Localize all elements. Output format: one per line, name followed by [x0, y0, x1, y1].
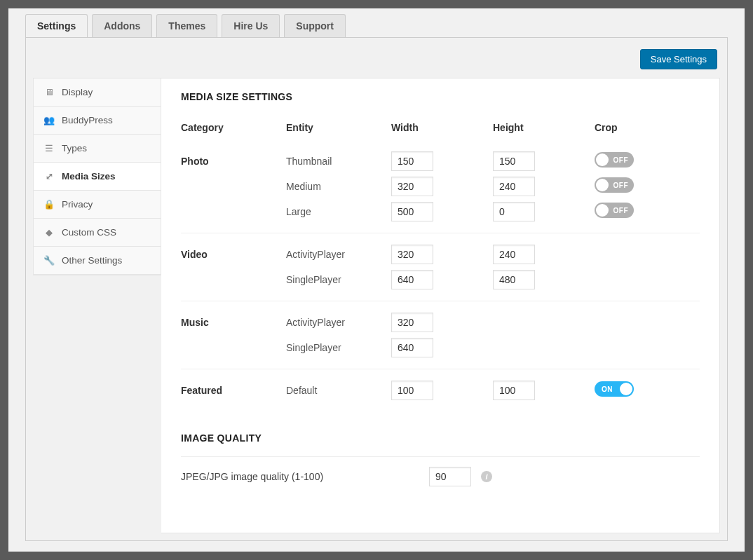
sidebar-item-label: Display: [62, 87, 93, 97]
category-video: VideoActivityPlayerSinglePlayer: [181, 233, 700, 301]
tab-themes[interactable]: Themes: [156, 14, 217, 37]
sidebar-item-label: BuddyPress: [62, 115, 113, 125]
category-label: Photo: [181, 156, 286, 167]
entity-label: ActivityPlayer: [286, 317, 391, 328]
tab-settings[interactable]: Settings: [25, 14, 88, 37]
grid-row: MediumOFF: [181, 174, 700, 199]
toggle-knob: [596, 153, 609, 166]
toggle-label: OFF: [613, 182, 629, 189]
info-icon[interactable]: i: [481, 471, 492, 482]
header-height: Height: [493, 122, 595, 133]
entity-label: SinglePlayer: [286, 342, 391, 353]
sidebar-item-label: Custom CSS: [62, 227, 116, 238]
tab-support[interactable]: Support: [284, 14, 346, 37]
category-label: Video: [181, 249, 286, 260]
grid-row: MusicActivityPlayer: [181, 310, 700, 335]
crop-toggle[interactable]: ON: [595, 381, 634, 397]
custom-css-icon: ◆: [43, 227, 55, 238]
toggle-label: OFF: [613, 156, 629, 164]
crop-toggle[interactable]: OFF: [595, 177, 634, 193]
image-quality-title: IMAGE QUALITY: [181, 432, 700, 444]
toggle-knob: [620, 383, 632, 395]
height-input[interactable]: [493, 381, 535, 400]
sidebar-item-label: Privacy: [62, 199, 93, 210]
toggle-label: OFF: [613, 207, 629, 214]
crop-toggle[interactable]: OFF: [595, 152, 634, 168]
image-quality-section: IMAGE QUALITY JPEG/JPG image quality (1-…: [181, 432, 700, 486]
header-category: Category: [181, 122, 286, 133]
sidebar-item-custom-css[interactable]: ◆Custom CSS: [34, 219, 161, 247]
sidebar-item-types[interactable]: ☰Types: [34, 135, 161, 163]
header-crop: Crop: [595, 122, 700, 133]
category-label: Music: [181, 317, 286, 328]
width-input[interactable]: [391, 245, 433, 264]
main-panel: MEDIA SIZE SETTINGS Category Entity Widt…: [161, 78, 720, 533]
entity-label: Large: [286, 206, 391, 217]
privacy-icon: 🔒: [43, 199, 55, 210]
grid-header: Category Entity Width Height Crop: [181, 115, 700, 140]
media-size-grid: Category Entity Width Height Crop PhotoT…: [181, 115, 700, 411]
grid-row: LargeOFF: [181, 199, 700, 224]
sidebar-item-label: Media Sizes: [62, 171, 116, 182]
app-frame: SettingsAddonsThemesHire UsSupport Save …: [8, 8, 745, 552]
height-input[interactable]: [493, 151, 535, 171]
entity-label: Default: [286, 385, 391, 396]
grid-row: VideoActivityPlayer: [181, 242, 700, 267]
width-input[interactable]: [391, 270, 433, 289]
layout: 🖥Display👥BuddyPress☰Types⤢Media Sizes🔒Pr…: [33, 78, 720, 533]
header-entity: Entity: [286, 122, 391, 133]
entity-label: Thumbnail: [286, 156, 391, 167]
grid-row: SinglePlayer: [181, 335, 700, 360]
toggle-knob: [596, 204, 609, 217]
buddypress-icon: 👥: [43, 115, 55, 125]
width-input[interactable]: [391, 381, 433, 400]
image-quality-row: JPEG/JPG image quality (1-100) i: [181, 456, 700, 486]
section-title: MEDIA SIZE SETTINGS: [181, 91, 700, 102]
sidebar-item-privacy[interactable]: 🔒Privacy: [34, 191, 161, 219]
category-featured: FeaturedDefaultON: [181, 369, 700, 411]
image-quality-label: JPEG/JPG image quality (1-100): [181, 471, 419, 482]
types-icon: ☰: [43, 143, 55, 153]
sidebar-item-label: Other Settings: [62, 255, 122, 266]
toggle-label: ON: [602, 385, 613, 393]
width-input[interactable]: [391, 151, 433, 171]
sidebar-item-media-sizes[interactable]: ⤢Media Sizes: [34, 163, 161, 191]
media-sizes-icon: ⤢: [43, 171, 55, 182]
save-bar: Save Settings: [33, 45, 720, 78]
width-input[interactable]: [391, 313, 433, 332]
sidebar-item-other-settings[interactable]: 🔧Other Settings: [34, 247, 161, 275]
tab-addons[interactable]: Addons: [92, 14, 152, 37]
category-photo: PhotoThumbnailOFFMediumOFFLargeOFF: [181, 140, 700, 233]
image-quality-input[interactable]: [429, 467, 471, 486]
header-width: Width: [391, 122, 493, 133]
width-input[interactable]: [391, 338, 433, 357]
category-music: MusicActivityPlayerSinglePlayer: [181, 301, 700, 369]
grid-row: PhotoThumbnailOFF: [181, 149, 700, 174]
top-tabs: SettingsAddonsThemesHire UsSupport: [8, 8, 745, 37]
save-settings-button[interactable]: Save Settings: [640, 49, 717, 69]
entity-label: SinglePlayer: [286, 274, 391, 285]
content-container: Save Settings 🖥Display👥BuddyPress☰Types⤢…: [25, 37, 728, 541]
sidebar-item-display[interactable]: 🖥Display: [34, 78, 161, 107]
display-icon: 🖥: [43, 87, 55, 97]
height-input[interactable]: [493, 270, 535, 289]
entity-label: ActivityPlayer: [286, 249, 391, 260]
other-settings-icon: 🔧: [43, 255, 55, 266]
height-input[interactable]: [493, 202, 535, 221]
width-input[interactable]: [391, 202, 433, 221]
category-label: Featured: [181, 385, 286, 396]
sidebar-item-label: Types: [62, 143, 87, 153]
height-input[interactable]: [493, 177, 535, 196]
height-input[interactable]: [493, 245, 535, 264]
width-input[interactable]: [391, 177, 433, 196]
settings-sidebar: 🖥Display👥BuddyPress☰Types⤢Media Sizes🔒Pr…: [33, 78, 161, 275]
entity-label: Medium: [286, 181, 391, 192]
grid-row: FeaturedDefaultON: [181, 378, 700, 403]
tab-hire-us[interactable]: Hire Us: [222, 14, 280, 37]
toggle-knob: [596, 179, 609, 191]
crop-toggle[interactable]: OFF: [595, 203, 634, 218]
sidebar-item-buddypress[interactable]: 👥BuddyPress: [34, 107, 161, 135]
grid-row: SinglePlayer: [181, 267, 700, 292]
